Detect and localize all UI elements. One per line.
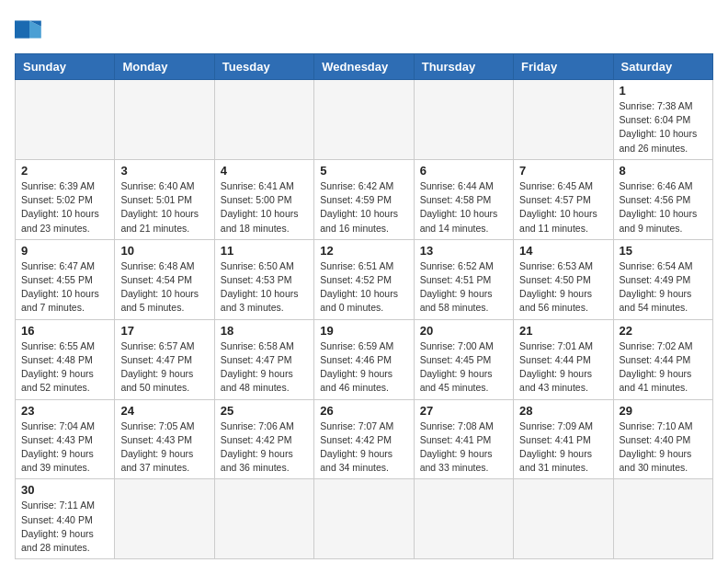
day-number: 14	[519, 244, 607, 258]
calendar-cell: 17Sunrise: 6:57 AM Sunset: 4:47 PM Dayli…	[115, 319, 214, 399]
calendar-cell: 12Sunrise: 6:51 AM Sunset: 4:52 PM Dayli…	[314, 239, 414, 319]
day-info: Sunrise: 7:06 AM Sunset: 4:42 PM Dayligh…	[221, 419, 308, 476]
calendar-cell: 14Sunrise: 6:53 AM Sunset: 4:50 PM Dayli…	[514, 239, 613, 319]
day-number: 26	[320, 404, 407, 418]
weekday-header-row: SundayMondayTuesdayWednesdayThursdayFrid…	[16, 54, 713, 80]
calendar-cell: 16Sunrise: 6:55 AM Sunset: 4:48 PM Dayli…	[16, 319, 115, 399]
day-number: 19	[320, 324, 407, 338]
weekday-header-sunday: Sunday	[16, 54, 115, 80]
day-number: 12	[320, 244, 407, 258]
calendar-cell: 13Sunrise: 6:52 AM Sunset: 4:51 PM Dayli…	[414, 239, 513, 319]
week-row-4: 16Sunrise: 6:55 AM Sunset: 4:48 PM Dayli…	[16, 319, 713, 399]
calendar-cell	[214, 479, 313, 559]
day-info: Sunrise: 6:55 AM Sunset: 4:48 PM Dayligh…	[21, 339, 108, 396]
calendar-cell	[514, 479, 613, 559]
calendar-cell: 7Sunrise: 6:45 AM Sunset: 4:57 PM Daylig…	[514, 159, 613, 239]
calendar-cell	[314, 80, 414, 160]
calendar-cell: 28Sunrise: 7:09 AM Sunset: 4:41 PM Dayli…	[514, 399, 613, 479]
week-row-3: 9Sunrise: 6:47 AM Sunset: 4:55 PM Daylig…	[16, 239, 713, 319]
calendar-cell: 15Sunrise: 6:54 AM Sunset: 4:49 PM Dayli…	[613, 239, 712, 319]
day-info: Sunrise: 7:02 AM Sunset: 4:44 PM Dayligh…	[620, 339, 707, 396]
header	[15, 15, 713, 44]
day-number: 10	[120, 244, 208, 258]
day-number: 27	[420, 404, 507, 418]
day-number: 22	[620, 324, 707, 338]
calendar-cell: 19Sunrise: 6:59 AM Sunset: 4:46 PM Dayli…	[314, 319, 414, 399]
weekday-header-monday: Monday	[115, 54, 214, 80]
day-info: Sunrise: 7:08 AM Sunset: 4:41 PM Dayligh…	[420, 419, 507, 476]
day-info: Sunrise: 6:53 AM Sunset: 4:50 PM Dayligh…	[519, 259, 607, 316]
day-info: Sunrise: 6:47 AM Sunset: 4:55 PM Dayligh…	[21, 259, 108, 316]
day-number: 20	[420, 324, 507, 338]
weekday-header-wednesday: Wednesday	[314, 54, 414, 80]
calendar-cell: 30Sunrise: 7:11 AM Sunset: 4:40 PM Dayli…	[16, 479, 115, 559]
calendar-cell: 1Sunrise: 7:38 AM Sunset: 6:04 PM Daylig…	[613, 80, 712, 160]
day-info: Sunrise: 7:09 AM Sunset: 4:41 PM Dayligh…	[519, 419, 607, 476]
day-number: 3	[120, 164, 208, 178]
calendar-cell	[414, 80, 513, 160]
day-number: 15	[620, 244, 707, 258]
calendar-cell: 24Sunrise: 7:05 AM Sunset: 4:43 PM Dayli…	[115, 399, 214, 479]
weekday-header-tuesday: Tuesday	[214, 54, 313, 80]
day-info: Sunrise: 6:41 AM Sunset: 5:00 PM Dayligh…	[221, 179, 308, 236]
calendar-cell: 26Sunrise: 7:07 AM Sunset: 4:42 PM Dayli…	[314, 399, 414, 479]
day-info: Sunrise: 6:45 AM Sunset: 4:57 PM Dayligh…	[519, 179, 607, 236]
day-number: 23	[21, 404, 108, 418]
day-info: Sunrise: 6:39 AM Sunset: 5:02 PM Dayligh…	[21, 179, 108, 236]
calendar-cell: 20Sunrise: 7:00 AM Sunset: 4:45 PM Dayli…	[414, 319, 513, 399]
calendar-cell: 22Sunrise: 7:02 AM Sunset: 4:44 PM Dayli…	[613, 319, 712, 399]
day-number: 18	[221, 324, 308, 338]
day-info: Sunrise: 7:05 AM Sunset: 4:43 PM Dayligh…	[120, 419, 208, 476]
day-info: Sunrise: 6:54 AM Sunset: 4:49 PM Dayligh…	[620, 259, 707, 316]
calendar-cell	[214, 80, 313, 160]
day-info: Sunrise: 6:57 AM Sunset: 4:47 PM Dayligh…	[120, 339, 208, 396]
week-row-6: 30Sunrise: 7:11 AM Sunset: 4:40 PM Dayli…	[16, 479, 713, 559]
day-info: Sunrise: 7:11 AM Sunset: 4:40 PM Dayligh…	[21, 499, 108, 555]
svg-rect-0	[15, 20, 29, 38]
day-number: 8	[620, 164, 707, 178]
calendar-cell: 4Sunrise: 6:41 AM Sunset: 5:00 PM Daylig…	[214, 159, 313, 239]
calendar-cell: 3Sunrise: 6:40 AM Sunset: 5:01 PM Daylig…	[115, 159, 214, 239]
day-info: Sunrise: 6:50 AM Sunset: 4:53 PM Dayligh…	[221, 259, 308, 316]
calendar-cell: 21Sunrise: 7:01 AM Sunset: 4:44 PM Dayli…	[514, 319, 613, 399]
day-info: Sunrise: 6:58 AM Sunset: 4:47 PM Dayligh…	[221, 339, 308, 396]
weekday-header-thursday: Thursday	[414, 54, 513, 80]
week-row-5: 23Sunrise: 7:04 AM Sunset: 4:43 PM Dayli…	[16, 399, 713, 479]
day-number: 13	[420, 244, 507, 258]
calendar-cell: 29Sunrise: 7:10 AM Sunset: 4:40 PM Dayli…	[613, 399, 712, 479]
calendar-cell	[16, 80, 115, 160]
day-number: 21	[519, 324, 607, 338]
day-info: Sunrise: 7:01 AM Sunset: 4:44 PM Dayligh…	[519, 339, 607, 396]
day-info: Sunrise: 6:59 AM Sunset: 4:46 PM Dayligh…	[320, 339, 407, 396]
day-number: 1	[620, 84, 707, 98]
calendar-cell: 9Sunrise: 6:47 AM Sunset: 4:55 PM Daylig…	[16, 239, 115, 319]
calendar-cell: 25Sunrise: 7:06 AM Sunset: 4:42 PM Dayli…	[214, 399, 313, 479]
day-info: Sunrise: 7:07 AM Sunset: 4:42 PM Dayligh…	[320, 419, 407, 476]
day-info: Sunrise: 6:46 AM Sunset: 4:56 PM Dayligh…	[620, 179, 707, 236]
weekday-header-friday: Friday	[514, 54, 613, 80]
calendar-cell: 18Sunrise: 6:58 AM Sunset: 4:47 PM Dayli…	[214, 319, 313, 399]
day-info: Sunrise: 6:52 AM Sunset: 4:51 PM Dayligh…	[420, 259, 507, 316]
calendar-cell	[414, 479, 513, 559]
calendar-cell	[514, 80, 613, 160]
day-number: 7	[519, 164, 607, 178]
day-number: 24	[120, 404, 208, 418]
calendar-cell	[613, 479, 712, 559]
day-number: 11	[221, 244, 308, 258]
day-info: Sunrise: 6:51 AM Sunset: 4:52 PM Dayligh…	[320, 259, 407, 316]
day-number: 6	[420, 164, 507, 178]
day-number: 5	[320, 164, 407, 178]
calendar-cell	[115, 80, 214, 160]
day-info: Sunrise: 7:04 AM Sunset: 4:43 PM Dayligh…	[21, 419, 108, 476]
calendar: SundayMondayTuesdayWednesdayThursdayFrid…	[15, 53, 713, 559]
day-number: 9	[21, 244, 108, 258]
day-info: Sunrise: 7:00 AM Sunset: 4:45 PM Dayligh…	[420, 339, 507, 396]
calendar-cell: 6Sunrise: 6:44 AM Sunset: 4:58 PM Daylig…	[414, 159, 513, 239]
day-number: 25	[221, 404, 308, 418]
calendar-cell: 8Sunrise: 6:46 AM Sunset: 4:56 PM Daylig…	[613, 159, 712, 239]
calendar-cell	[314, 479, 414, 559]
calendar-cell: 2Sunrise: 6:39 AM Sunset: 5:02 PM Daylig…	[16, 159, 115, 239]
day-info: Sunrise: 6:40 AM Sunset: 5:01 PM Dayligh…	[120, 179, 208, 236]
day-info: Sunrise: 6:42 AM Sunset: 4:59 PM Dayligh…	[320, 179, 407, 236]
calendar-cell: 27Sunrise: 7:08 AM Sunset: 4:41 PM Dayli…	[414, 399, 513, 479]
